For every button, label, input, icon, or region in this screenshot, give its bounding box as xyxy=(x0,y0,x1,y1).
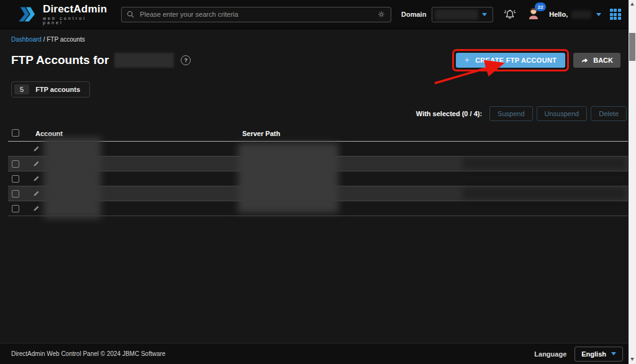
footer-bar: DirectAdmin Web Control Panel © 2024 JBM… xyxy=(0,343,629,364)
scrollbar-thumb[interactable] xyxy=(629,33,635,61)
user-avatar[interactable]: 22 xyxy=(527,6,540,22)
column-header-account: Account xyxy=(35,130,63,137)
help-icon[interactable]: ? xyxy=(181,55,191,65)
user-menu-chevron-down-icon[interactable] xyxy=(596,13,601,16)
directadmin-chevrons-icon xyxy=(17,5,38,24)
with-selected-label: With selected (0 / 4): xyxy=(416,110,482,117)
edit-account-button[interactable] xyxy=(28,175,44,182)
logo-title: DirectAdmin xyxy=(43,4,107,14)
scroll-down-arrow[interactable] xyxy=(629,355,636,363)
breadcrumb-separator: / xyxy=(42,36,47,43)
language-dropdown[interactable]: English xyxy=(575,347,623,362)
edit-pencil-icon xyxy=(33,145,40,152)
table-row xyxy=(8,186,628,201)
row-checkbox-cell xyxy=(8,160,28,168)
create-ftp-account-button[interactable]: + CREATE FTP ACCOUNT xyxy=(456,53,566,68)
ftp-accounts-count-tab[interactable]: 5 FTP accounts xyxy=(11,81,90,98)
domain-label: Domain xyxy=(401,11,426,18)
row-checkbox-cell xyxy=(8,205,28,212)
breadcrumb-dashboard-link[interactable]: Dashboard xyxy=(11,36,42,43)
edit-account-button[interactable] xyxy=(28,145,44,152)
edit-account-button[interactable] xyxy=(28,190,44,197)
edit-account-button[interactable] xyxy=(28,205,44,212)
annotation-highlight-box: + CREATE FTP ACCOUNT xyxy=(452,49,570,71)
row-checkbox[interactable] xyxy=(12,190,19,198)
accounts-count-badge: 5 xyxy=(14,84,29,94)
scroll-up-arrow[interactable] xyxy=(629,0,636,7)
top-header-bar: DirectAdmin web control panel Domain xyxy=(0,0,629,29)
global-search[interactable] xyxy=(121,7,391,22)
edit-pencil-icon xyxy=(33,190,40,197)
search-settings-gear-icon[interactable] xyxy=(377,10,386,19)
table-row xyxy=(8,157,628,171)
page-title-row: FTP Accounts for ? + CREATE FTP ACCOUNT xyxy=(11,49,620,71)
plus-icon: + xyxy=(465,57,470,63)
notification-count-badge: 22 xyxy=(535,2,546,11)
redacted-domain-value xyxy=(435,9,478,20)
row-checkbox[interactable] xyxy=(12,205,19,212)
ftp-accounts-table: Account Server Path xyxy=(8,128,628,216)
suspend-button[interactable]: Suspend xyxy=(489,106,532,121)
select-all-checkbox[interactable] xyxy=(12,129,19,137)
copyright-text: DirectAdmin Web Control Panel © 2024 JBM… xyxy=(11,350,165,357)
edit-account-button[interactable] xyxy=(28,160,44,167)
unsuspend-button[interactable]: Unsuspend xyxy=(537,106,588,121)
vertical-scrollbar[interactable] xyxy=(629,0,636,364)
directadmin-logo[interactable]: DirectAdmin web control panel xyxy=(17,4,107,25)
redacted-domain-name xyxy=(114,53,174,68)
chevron-down-icon xyxy=(482,13,487,16)
greeting-text: Hello, xyxy=(549,11,568,18)
search-icon xyxy=(127,11,134,18)
breadcrumb: Dashboard / FTP accounts xyxy=(11,36,629,43)
back-button[interactable]: BACK xyxy=(573,53,620,68)
column-header-server-path: Server Path xyxy=(242,130,280,137)
breadcrumb-current: FTP accounts xyxy=(47,36,85,43)
page-title: FTP Accounts for ? xyxy=(11,53,191,68)
table-row xyxy=(8,171,628,186)
chevron-down-icon xyxy=(611,352,616,355)
row-checkbox-cell xyxy=(8,190,28,198)
row-checkbox[interactable] xyxy=(12,175,19,183)
row-checkbox[interactable] xyxy=(12,160,19,168)
bulk-actions-row: With selected (0 / 4): Suspend Unsuspend… xyxy=(0,106,627,121)
directadmin-window: DirectAdmin web control panel Domain xyxy=(0,0,636,364)
edit-pencil-icon xyxy=(33,160,40,167)
edit-pencil-icon xyxy=(33,175,40,182)
back-arrow-icon xyxy=(581,57,589,63)
accounts-tab-label: FTP accounts xyxy=(35,86,80,93)
table-body xyxy=(8,142,628,216)
notifications-bell-icon[interactable] xyxy=(503,8,517,20)
edit-pencil-icon xyxy=(33,205,40,212)
search-input[interactable] xyxy=(139,10,377,19)
domain-dropdown[interactable] xyxy=(432,7,493,22)
table-row xyxy=(8,142,628,157)
table-row xyxy=(8,201,628,216)
logo-subtitle: web control panel xyxy=(43,16,107,25)
redacted-username xyxy=(571,11,591,19)
table-header: Account Server Path xyxy=(8,128,628,142)
apps-grid-icon[interactable] xyxy=(610,9,621,20)
delete-button[interactable]: Delete xyxy=(591,106,627,121)
row-checkbox-cell xyxy=(8,175,28,183)
language-label: Language xyxy=(534,350,566,358)
